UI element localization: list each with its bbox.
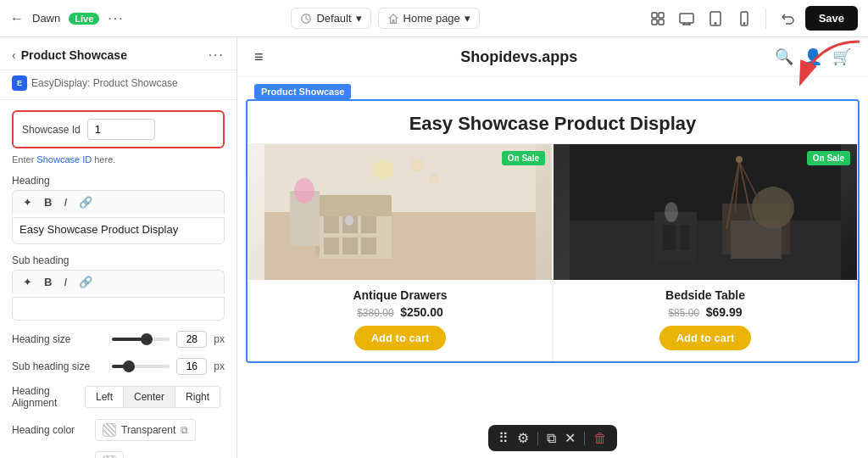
sidebar-subtitle-row: E EasyDisplay: Product Showcase — [0, 70, 236, 100]
subheading-color-row: Sub heading — [12, 451, 225, 458]
magic-icon[interactable]: ✦ — [19, 194, 36, 210]
align-center-button[interactable]: Center — [124, 387, 175, 407]
product-image-2: On Sale — [554, 144, 857, 280]
on-sale-badge-2: On Sale — [807, 151, 850, 165]
subheading-color-picker[interactable] — [95, 451, 124, 458]
magic-icon-sub[interactable]: ✦ — [19, 274, 36, 290]
showcase-id-hint-suffix: here. — [92, 154, 115, 165]
svg-rect-17 — [324, 237, 339, 254]
svg-rect-18 — [342, 237, 358, 254]
product-image-1: On Sale — [248, 144, 552, 280]
remove-icon[interactable]: ✕ — [565, 430, 576, 446]
svg-rect-14 — [324, 216, 339, 233]
delete-icon[interactable]: 🗑 — [593, 431, 607, 446]
shop-icons: 🔍 👤 🛒 — [775, 47, 851, 66]
heading-size-unit: px — [214, 333, 225, 345]
heading-color-row: Heading color Transparent ⧉ — [12, 419, 225, 441]
sidebar-dots-button[interactable]: ··· — [209, 47, 225, 63]
svg-rect-27 — [570, 221, 841, 280]
product-prices-1: $380.00 $250.00 — [248, 305, 552, 319]
heading-rich-toolbar: ✦ B I 🔗 — [12, 190, 225, 214]
bold-button[interactable]: B — [41, 194, 55, 210]
product-heading: Easy Showcase Product Display — [248, 101, 858, 143]
subheading-size-input[interactable] — [176, 358, 207, 375]
heading-alignment-row: Heading Alignment Left Center Right — [12, 385, 225, 409]
italic-button-sub[interactable]: I — [60, 274, 70, 290]
showcase-id-link[interactable]: Showcase ID — [36, 154, 92, 165]
svg-point-34 — [665, 202, 678, 222]
homepage-label: Home page — [403, 12, 460, 25]
settings-icon[interactable]: ⚙ — [517, 430, 529, 446]
subheading-size-unit: px — [214, 360, 225, 372]
link-button-sub[interactable]: 🔗 — [75, 274, 96, 290]
desktop-view-button[interactable] — [676, 8, 698, 30]
subheading-size-slider[interactable] — [112, 365, 170, 368]
heading-size-slider[interactable] — [112, 338, 170, 341]
product-name-2: Bedside Table — [560, 288, 850, 302]
svg-point-30 — [752, 187, 794, 229]
heading-color-label: Heading color — [12, 424, 88, 436]
bold-button-sub[interactable]: B — [41, 274, 55, 290]
showcase-id-label: Showcase Id — [22, 124, 81, 136]
heading-color-picker[interactable]: Transparent ⧉ — [95, 419, 196, 441]
back-button[interactable]: ← — [10, 11, 24, 26]
shop-name: Shopidevs.apps — [460, 48, 577, 66]
homepage-chevron: ▾ — [465, 12, 470, 25]
heading-color-value: Transparent — [121, 424, 175, 436]
add-to-cart-button-2[interactable]: Add to cart — [659, 326, 752, 350]
align-left-button[interactable]: Left — [86, 387, 124, 407]
shop-header: ≡ Shopidevs.apps 🔍 👤 🛒 — [237, 37, 868, 77]
sidebar-body: Showcase Id Enter Showcase ID here. Head… — [0, 100, 236, 458]
topbar-dots-button[interactable]: ··· — [108, 11, 124, 26]
showcase-tag-container: Product Showcase — [237, 77, 868, 99]
original-price-1: $380.00 — [357, 307, 393, 319]
copy-icon: ⧉ — [181, 424, 188, 436]
cart-icon[interactable]: 🛒 — [832, 47, 851, 66]
heading-size-input[interactable] — [176, 331, 207, 348]
topbar: ← Dawn Live ··· Default ▾ Home page ▾ — [0, 0, 868, 37]
link-button[interactable]: 🔗 — [75, 194, 96, 210]
svg-rect-1 — [652, 13, 657, 18]
undo-button[interactable] — [776, 8, 798, 30]
svg-rect-16 — [361, 216, 376, 233]
svg-rect-2 — [659, 13, 664, 18]
subheading-label: Sub heading — [12, 254, 225, 266]
svg-point-7 — [715, 22, 716, 24]
search-icon[interactable]: 🔍 — [775, 47, 793, 66]
svg-rect-32 — [663, 225, 676, 250]
subheading-input[interactable] — [12, 297, 225, 321]
duplicate-icon[interactable]: ⧉ — [547, 431, 556, 446]
add-to-cart-button-1[interactable]: Add to cart — [354, 326, 447, 350]
heading-input[interactable]: Easy Showcase Product Display — [12, 217, 225, 244]
heading-label: Heading — [12, 175, 225, 187]
hamburger-icon[interactable]: ≡ — [254, 48, 264, 66]
heading-size-row: Heading size px — [12, 331, 225, 348]
align-right-button[interactable]: Right — [175, 387, 220, 407]
showcase-id-input[interactable] — [87, 119, 155, 140]
mobile-view-button[interactable] — [733, 8, 755, 30]
homepage-selector[interactable]: Home page ▾ — [378, 8, 480, 29]
grid-view-button[interactable] — [647, 8, 669, 30]
tablet-view-button[interactable] — [704, 8, 726, 30]
italic-button[interactable]: I — [60, 194, 70, 210]
sidebar-back-button[interactable]: ‹ — [12, 48, 16, 62]
save-button[interactable]: Save — [805, 6, 858, 31]
toolbar-separator — [537, 432, 538, 445]
preview-inner: ≡ Shopidevs.apps 🔍 👤 🛒 Product Showcase … — [237, 37, 868, 458]
account-icon[interactable]: 👤 — [804, 47, 822, 66]
on-sale-badge-1: On Sale — [502, 151, 545, 165]
showcase-id-field: Showcase Id Enter Showcase ID here. — [12, 110, 225, 165]
svg-point-39 — [736, 156, 743, 163]
product-card: On Sale Antique Drawers $380.00 $250.00 … — [248, 143, 553, 361]
topbar-left: ← Dawn Live ··· — [10, 11, 125, 26]
svg-rect-33 — [680, 225, 690, 250]
product-grid: On Sale Antique Drawers $380.00 $250.00 … — [248, 143, 858, 361]
svg-rect-4 — [659, 20, 664, 25]
sale-price-1: $250.00 — [400, 305, 443, 319]
app-icon: E — [12, 75, 27, 91]
move-icon[interactable]: ⠿ — [498, 430, 509, 446]
subheading-rich-toolbar: ✦ B I 🔗 — [12, 270, 225, 293]
default-selector[interactable]: Default ▾ — [291, 8, 370, 29]
svg-point-9 — [743, 22, 744, 23]
showcase-border: Easy Showcase Product Display — [246, 99, 860, 363]
